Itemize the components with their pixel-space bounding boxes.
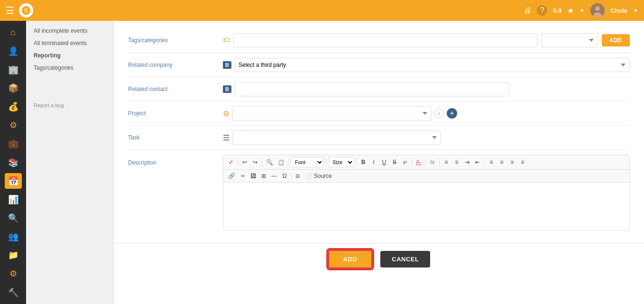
tags-row: Tags/categories 🏷 ADD: [128, 28, 630, 53]
related-company-select[interactable]: Select a third party: [234, 58, 630, 72]
image-button[interactable]: 🖼: [248, 172, 258, 180]
project-icon: ⚙: [223, 109, 230, 118]
project-label: Project: [128, 106, 223, 117]
justify-button[interactable]: ≡: [518, 158, 527, 166]
nav-all-terminated[interactable]: All terminated events: [26, 37, 113, 49]
sidebar-search-icon[interactable]: 🔍: [5, 210, 22, 226]
sidebar-folder-icon[interactable]: 📁: [5, 248, 22, 263]
top-add-button[interactable]: ADD: [602, 34, 630, 46]
project-field: ⚙ i +: [223, 106, 630, 120]
unordered-list-button[interactable]: ≡: [452, 158, 461, 166]
related-company-field: B Select a third party: [223, 58, 630, 72]
editor-body[interactable]: [223, 183, 629, 230]
underline-button[interactable]: U: [379, 158, 389, 166]
description-label: Description: [128, 155, 223, 166]
strike-button[interactable]: S: [390, 158, 399, 166]
nav-reporting[interactable]: Reporting: [26, 49, 113, 62]
chevron-down-icon[interactable]: ▼: [580, 8, 585, 13]
font-select[interactable]: Font: [291, 157, 324, 167]
related-contact-input[interactable]: [234, 82, 509, 96]
task-icon: ☰: [223, 133, 230, 142]
cancel-button[interactable]: CANCEL: [380, 251, 430, 267]
topbar: ☰ C 🖨 ? 5.0 ★ ▼ Chole ▼: [0, 0, 644, 21]
editor-toolbar-row2: 🔗 ✂ 🖼 ⊞ — Ω ⊟ 📄Source: [223, 170, 629, 183]
description-row: Description ⤢ ↩ ↪ 🔍 📋: [128, 150, 630, 235]
avatar[interactable]: [590, 3, 605, 18]
tags-field: 🏷: [223, 33, 537, 47]
hamburger-icon[interactable]: ☰: [6, 5, 14, 16]
report-bug-link[interactable]: Report a bug: [26, 74, 113, 111]
project-add-button[interactable]: +: [447, 108, 457, 119]
sidebar-money-icon[interactable]: 💰: [5, 99, 22, 115]
italic-button[interactable]: I: [369, 158, 378, 166]
project-select[interactable]: [232, 106, 432, 120]
user-chevron-icon[interactable]: ▼: [633, 8, 638, 13]
unlink-button[interactable]: ✂: [238, 172, 248, 180]
sidebar-people-icon[interactable]: 👥: [5, 229, 22, 245]
format-color-button[interactable]: A-: [414, 158, 423, 166]
related-contact-row: Related contact B: [128, 77, 630, 101]
page-break-button[interactable]: ⊟: [294, 172, 303, 180]
content-area: Tags/categories 🏷 ADD Related company B: [114, 21, 644, 304]
bold-button[interactable]: B: [359, 158, 368, 166]
sidebar-wrench-icon[interactable]: 🔨: [5, 285, 22, 300]
contact-icon: B: [223, 85, 231, 93]
task-select[interactable]: [232, 130, 441, 145]
align-right-button[interactable]: ≡: [507, 158, 517, 166]
link-button[interactable]: 🔗: [226, 172, 237, 180]
page-break-icon: ⊟: [295, 173, 300, 179]
tags-select[interactable]: [541, 33, 598, 47]
version-label: 5.0: [553, 7, 561, 14]
sidebar-settings-icon[interactable]: ⚙: [5, 266, 22, 282]
superscript-button[interactable]: x²: [400, 159, 410, 166]
nav-sidebar: All incomplete events All terminated eve…: [26, 21, 114, 304]
printer-icon[interactable]: 🖨: [524, 6, 531, 15]
sidebar-home-icon[interactable]: ⌂: [5, 25, 22, 40]
related-company-row: Related company B Select a third party: [128, 53, 630, 77]
action-bar: ADD CANCEL: [114, 243, 644, 275]
redo-button[interactable]: ↪: [250, 158, 260, 166]
paste-button[interactable]: 📋: [276, 158, 286, 166]
star-icon[interactable]: ★: [567, 6, 574, 15]
related-company-label: Related company: [128, 58, 223, 68]
size-select[interactable]: Size: [328, 157, 354, 167]
expand-button[interactable]: ⤢: [226, 158, 236, 166]
source-button[interactable]: 📄Source: [304, 172, 334, 180]
align-left-button[interactable]: ≡: [487, 158, 496, 166]
svg-text:C: C: [24, 8, 28, 13]
tags-icon: 🏷: [223, 36, 230, 45]
horizontal-rule-button[interactable]: —: [269, 172, 279, 180]
username-label: Chole: [610, 7, 627, 14]
align-center-button[interactable]: ≡: [497, 158, 506, 166]
undo-button[interactable]: ↩: [240, 158, 249, 166]
task-field: ☰: [223, 130, 630, 145]
logo: C: [19, 3, 33, 18]
clear-format-button[interactable]: Ix: [428, 158, 437, 166]
sidebar-stack-icon[interactable]: 📚: [5, 155, 22, 170]
source-icon: 📄: [306, 173, 313, 179]
indent-less-button[interactable]: ⇤: [473, 158, 482, 166]
sidebar-building-icon[interactable]: 🏢: [5, 62, 22, 77]
sidebar-person-icon[interactable]: 👤: [5, 43, 22, 59]
find-button[interactable]: 🔍: [264, 158, 275, 166]
table-button[interactable]: ⊞: [259, 172, 268, 180]
sidebar-box-icon[interactable]: 📦: [5, 80, 22, 96]
sidebar-briefcase-icon[interactable]: 💼: [5, 136, 22, 152]
project-info-button[interactable]: i: [434, 109, 444, 118]
task-row: Task ☰: [128, 126, 630, 150]
rich-editor: ⤢ ↩ ↪ 🔍 📋 Font: [223, 155, 630, 230]
special-char-button[interactable]: Ω: [280, 172, 289, 180]
editor-toolbar-row1: ⤢ ↩ ↪ 🔍 📋 Font: [223, 155, 629, 170]
add-button[interactable]: ADD: [328, 249, 373, 269]
sidebar-chart-icon[interactable]: 📊: [5, 192, 22, 207]
project-row: Project ⚙ i +: [128, 101, 630, 126]
ordered-list-button[interactable]: ≡: [442, 158, 451, 166]
nav-all-incomplete[interactable]: All incomplete events: [26, 25, 113, 37]
indent-more-button[interactable]: ⇥: [462, 158, 472, 166]
nav-tags[interactable]: Tags/categories: [26, 62, 113, 74]
sidebar-calendar-icon[interactable]: 📅: [5, 173, 22, 189]
sidebar-tool-icon[interactable]: ⚙: [5, 118, 22, 133]
svg-point-3: [595, 6, 600, 11]
help-icon[interactable]: ?: [537, 5, 547, 16]
tags-input[interactable]: [233, 33, 537, 47]
